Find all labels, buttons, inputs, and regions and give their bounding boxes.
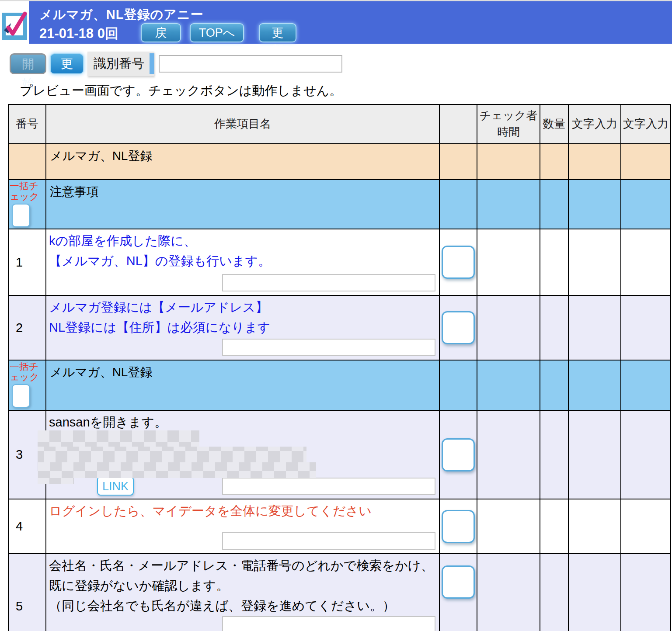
task-text-line: kの部屋を作成した際に、 bbox=[49, 231, 435, 251]
task-row: 4 ログインしたら、マイデータを全体に変更してください bbox=[8, 499, 671, 554]
bulk-check-label: 一括チェック bbox=[10, 361, 45, 382]
start-button[interactable]: 開始 bbox=[10, 53, 46, 74]
bulk-check-label: 一括チェック bbox=[10, 181, 45, 202]
col-header-check bbox=[439, 104, 477, 144]
section-title: 注意事項 bbox=[46, 180, 439, 229]
task-text-line: NL登録には【住所】は必須になります bbox=[49, 318, 435, 338]
row-checkbox[interactable] bbox=[442, 311, 475, 344]
page-subtitle: 21-01-18 0回 bbox=[39, 24, 118, 43]
section-title: メルマガ、NL登録 bbox=[46, 144, 439, 180]
row-text-input[interactable] bbox=[222, 532, 435, 550]
row-number: 4 bbox=[8, 499, 46, 554]
row-checkbox[interactable] bbox=[442, 438, 475, 472]
app-logo bbox=[0, 1, 29, 44]
id-label-accent-bar bbox=[150, 53, 154, 74]
checkmark-logo-icon bbox=[2, 10, 27, 40]
task-row: 5 会社名・氏名・メールアドレス・電話番号のどれかで検索をかけ、 既に登録がない… bbox=[8, 554, 671, 631]
task-text-line: 既に登録がないか確認します。 bbox=[49, 576, 435, 596]
col-header-number: 番号 bbox=[8, 104, 46, 144]
row-text-input[interactable] bbox=[222, 339, 435, 356]
task-text-line: メルマガ登録には【メールアドレス】 bbox=[49, 298, 435, 318]
section-row-register: 一括チェック メルマガ、NL登録 bbox=[8, 360, 671, 410]
section-row-notes: 一括チェック 注意事項 bbox=[8, 180, 671, 229]
row-number: 1 bbox=[8, 229, 46, 295]
task-text-line: （同じ会社名でも氏名が違えば、登録を進めてください。） bbox=[49, 596, 435, 616]
col-header-quantity: 数量 bbox=[540, 104, 568, 144]
task-row: 1 kの部屋を作成した際に、 【メルマガ、NL】の登録も行います。 bbox=[8, 229, 671, 295]
id-number-label: 識別番号 bbox=[87, 52, 154, 76]
row-checkbox[interactable] bbox=[442, 246, 475, 279]
redacted-content-blur bbox=[38, 430, 316, 484]
row-checkbox[interactable] bbox=[442, 510, 475, 543]
table-header-row: 番号 作業項目名 チェック者 時間 数量 文字入力 文字入力 bbox=[8, 104, 671, 144]
top-button[interactable]: TOPへ bbox=[190, 23, 244, 42]
row-number: 5 bbox=[8, 554, 46, 631]
task-row: 3 sansanを開きます。 LINK bbox=[8, 410, 671, 499]
id-number-input[interactable] bbox=[159, 55, 342, 73]
row-checkbox[interactable] bbox=[442, 565, 475, 599]
task-text-line: 会社名・氏名・メールアドレス・電話番号のどれかで検索をかけ、 bbox=[49, 556, 435, 576]
col-header-text1: 文字入力 bbox=[568, 104, 621, 144]
bulk-check-checkbox[interactable] bbox=[12, 384, 30, 408]
col-header-text2: 文字入力 bbox=[621, 104, 671, 144]
section-title: メルマガ、NL登録 bbox=[46, 360, 439, 410]
task-row: 2 メルマガ登録には【メールアドレス】 NL登録には【住所】は必須になります bbox=[8, 295, 671, 360]
header-update-button[interactable]: 更新 bbox=[259, 23, 296, 42]
bulk-check-checkbox[interactable] bbox=[12, 204, 30, 227]
task-text-line: 【メルマガ、NL】の登録も行います。 bbox=[49, 251, 435, 271]
preview-notice-text: プレビュー画面です。チェックボタンは動作しません。 bbox=[20, 82, 342, 100]
toolbar-update-button[interactable]: 更新 bbox=[50, 53, 84, 74]
row-text-input[interactable] bbox=[222, 616, 435, 631]
app-header-bar: メルマガ、NL登録のアニー 21-01-18 0回 戻る TOPへ 更新 bbox=[0, 1, 672, 44]
page-title: メルマガ、NL登録のアニー bbox=[39, 6, 203, 24]
col-header-checker-time: チェック者 時間 bbox=[477, 104, 540, 144]
col-header-task: 作業項目名 bbox=[46, 104, 439, 144]
row-text-input[interactable] bbox=[222, 274, 435, 291]
section-row-orange: メルマガ、NL登録 bbox=[8, 144, 671, 180]
back-button[interactable]: 戻る bbox=[141, 23, 181, 42]
task-text-line: ログインしたら、マイデータを全体に変更してください bbox=[49, 501, 435, 521]
checklist-table: 番号 作業項目名 チェック者 時間 数量 文字入力 文字入力 メルマガ、NL登録… bbox=[8, 104, 670, 631]
row-number: 2 bbox=[8, 295, 46, 360]
task-text-line: sansanを開きます。 bbox=[49, 413, 435, 433]
